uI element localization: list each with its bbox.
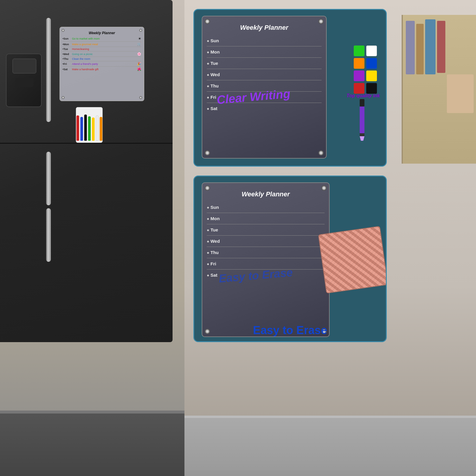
bottom-row-thu: ● Thu [207,247,325,258]
top-row-sun: ● Sun [207,35,322,46]
fridge-row-sat: •Sat Make a handmade gift 🌺 [62,67,141,72]
screw-tl [62,29,65,32]
swatch-white [366,46,377,56]
swatch-yellow [366,71,377,81]
marker-green [88,116,91,141]
marker-pen-illustration [357,99,366,142]
dispenser-slot [12,59,36,73]
fridge-door-line [0,143,173,144]
bookshelf [402,15,476,164]
fridge-dispenser [6,54,42,107]
fridge-handle-bottom-left [46,152,51,205]
screw-bl [62,96,65,99]
swatch-blue [366,58,377,69]
screw-br [318,150,324,156]
screw-tr [318,19,324,24]
fridge-handle-bottom-right [46,208,51,262]
swatch-orange [354,58,364,69]
screw-tl-2 [205,185,210,191]
dispenser-button [15,78,33,87]
baseboard [0,411,184,414]
bottom-row-fri: ● Fri [207,258,325,270]
top-row-wed: ● Wed [207,69,322,80]
marker-white [96,115,98,141]
bottom-row-mon: ● Mon [207,213,325,224]
svg-marker-3 [360,136,364,141]
svg-rect-2 [360,133,364,136]
fridge-planner-title: Weekly Planner [62,31,141,35]
box-decor [447,74,474,113]
marker-orange [100,117,102,141]
top-quality-label: Top quality ink [347,93,380,98]
marker-red [76,115,79,141]
screw-br [139,96,142,99]
marker-blue [80,117,83,141]
book4 [437,21,445,73]
book2 [416,24,424,74]
eraser-texture [319,227,387,293]
swatch-red [354,83,364,94]
floor [0,411,184,476]
screw-tr [139,29,142,32]
svg-rect-1 [360,107,364,133]
eraser-cloth [318,226,387,293]
book3 [425,19,436,74]
screw-tr-2 [321,185,327,191]
book1 [406,21,415,74]
swatch-black [366,83,377,94]
svg-rect-0 [360,99,364,107]
fridge-row-wed: •Wed Going on a picnic 🌸 [62,51,141,57]
right-floor [184,416,476,476]
top-panel: Weekly Planner ● Sun ● Mon ● Tue ● Wed ●… [193,9,387,167]
right-baseboard [184,416,476,418]
fridge-row-fri: •Fri Attend a friend's party 🎉 [62,61,141,67]
top-row-mon: ● Mon [207,46,322,58]
fridge-handle-top [46,18,51,122]
fridge-section: Weekly Planner •Sun Go to market with mo… [0,0,184,476]
fridge-row-tue: •Tue Homecleaning [62,47,141,51]
markers-holder [76,107,103,143]
bottom-row-tue: ● Tue [207,224,325,236]
swatch-purple [354,71,364,81]
fridge-body: Weekly Planner •Sun Go to market with mo… [0,0,173,342]
fridge-planner: Weekly Planner •Sun Go to market with mo… [60,27,144,101]
right-section: Weekly Planner ● Sun ● Mon ● Tue ● Wed ●… [184,0,476,476]
fridge-row-thu: •Thu Clean the room [62,57,141,61]
screw-tl [205,19,210,24]
bottom-planner-title: Weekly Planner [207,190,325,198]
marker-yellow [92,118,95,141]
fridge-row-mon: •Mon Make a gourmet meal 🛒 [62,42,141,47]
swatch-green [354,46,364,56]
top-planner-board: Weekly Planner ● Sun ● Mon ● Tue ● Wed ●… [202,16,327,159]
color-swatches [354,46,377,94]
marker-black [84,115,87,141]
screw-bl [205,150,210,156]
top-row-tue: ● Tue [207,58,322,69]
bottom-row-sun: ● Sun [207,202,325,213]
top-planner-title: Weekly Planner [207,24,322,32]
bottom-row-wed: ● Wed [207,236,325,247]
fridge-row-sun: •Sun Go to market with mom ☀ [62,36,141,42]
bottom-panel: Weekly Planner ● Sun ● Mon ● Tue ● Wed ●… [193,176,387,342]
easy-erase-label: Easy to Erase [194,324,386,337]
bottom-planner-board: Weekly Planner ● Sun ● Mon ● Tue ● Wed ●… [202,182,330,337]
